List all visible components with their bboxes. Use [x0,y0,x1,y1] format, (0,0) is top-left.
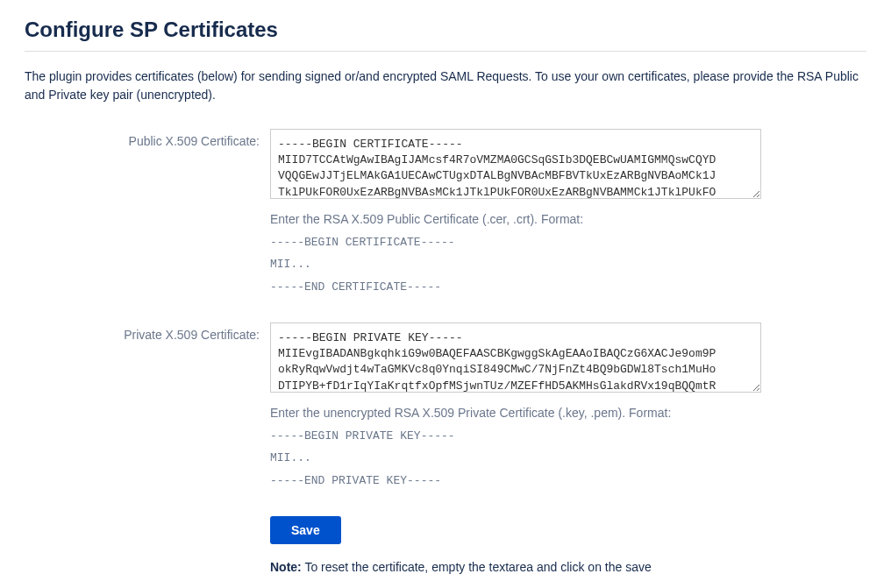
private-cert-help: Enter the unencrypted RSA X.509 Private … [270,406,866,492]
private-cert-textarea[interactable] [270,322,761,393]
private-cert-field: Private X.509 Certificate: [25,322,866,395]
public-cert-label: Public X.509 Certificate: [25,129,270,148]
public-cert-help-intro: Enter the RSA X.509 Public Certificate (… [270,212,866,226]
note-label: Note: [270,560,302,574]
public-cert-textarea[interactable] [270,129,761,199]
public-cert-help: Enter the RSA X.509 Public Certificate (… [270,212,866,298]
public-cert-field: Public X.509 Certificate: [25,129,866,202]
private-cert-help-format: -----BEGIN PRIVATE KEY----- MII... -----… [270,425,866,492]
intro-text: The plugin provides certificates (below)… [25,67,866,104]
private-cert-help-intro: Enter the unencrypted RSA X.509 Private … [270,406,866,420]
reset-note: Note: To reset the certificate, empty th… [270,560,866,574]
private-cert-label: Private X.509 Certificate: [25,322,270,342]
public-cert-help-format: -----BEGIN CERTIFICATE----- MII... -----… [270,231,866,298]
note-text: To reset the certificate, empty the text… [302,560,652,574]
save-button[interactable]: Save [270,516,341,544]
actions-row: Save [270,516,866,544]
page-title: Configure SP Certificates [25,18,866,52]
